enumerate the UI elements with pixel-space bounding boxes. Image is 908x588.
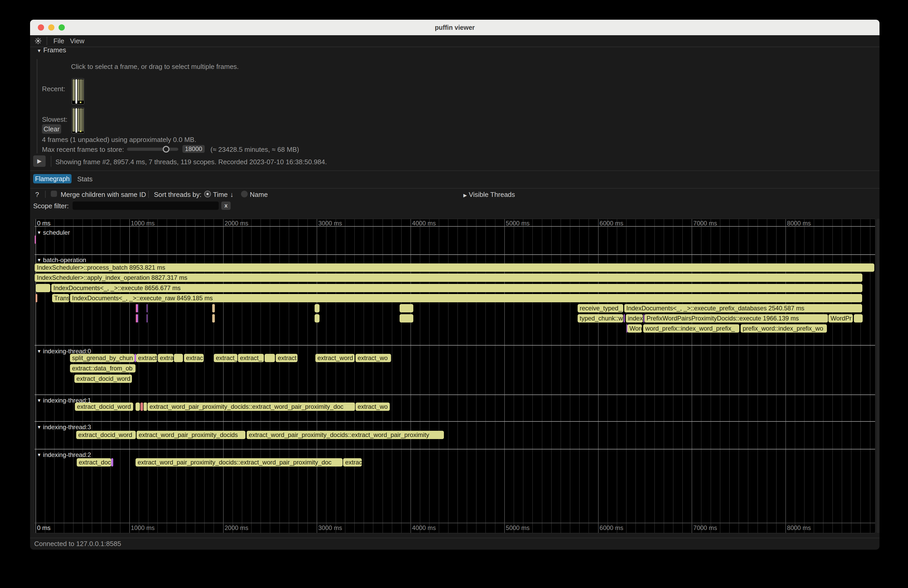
flame-bar[interactable]: split_grenad_by_chun: [70, 354, 135, 362]
axis-tick-label: 4000 ms: [412, 524, 436, 532]
max-frames-value[interactable]: 18000: [182, 145, 205, 153]
flame-bar[interactable]: IndexDocuments<_, _>::execute_prefix_dat…: [624, 304, 862, 312]
flame-bar[interactable]: PrefixWordPairsProximityDocids::execute …: [644, 314, 828, 323]
flame-bar[interactable]: IndexDocuments<_, _>::execute 8656.677 m…: [51, 284, 862, 292]
flame-bar[interactable]: extract_docid_word: [75, 403, 133, 411]
flame-bar[interactable]: extract_wo: [356, 403, 390, 411]
flame-bar[interactable]: extract_docid_word: [76, 431, 136, 439]
max-frames-slider-knob[interactable]: [163, 146, 169, 153]
flame-bar[interactable]: extract_word_pair_proximity_docids::extr…: [147, 403, 355, 411]
frames-collapser[interactable]: ▼ Frames: [37, 46, 66, 54]
axis-tick-label: 7000 ms: [693, 524, 717, 532]
thread-section-divider: [35, 345, 875, 345]
flame-bar[interactable]: extract_: [214, 354, 237, 362]
flame-bar[interactable]: extrac: [343, 458, 362, 466]
help-button[interactable]: ?: [35, 191, 39, 199]
flame-bar[interactable]: [35, 294, 37, 302]
flame-bar[interactable]: [212, 304, 215, 312]
flame-bar[interactable]: [315, 304, 319, 312]
flame-bar[interactable]: [399, 314, 413, 323]
scope-filter-input[interactable]: [72, 201, 219, 210]
flame-bar[interactable]: prefix_word::index_prefix_wo: [741, 324, 827, 333]
flame-bar[interactable]: IndexScheduler>::apply_index_operation 8…: [35, 273, 862, 282]
flame-bar[interactable]: IndexScheduler>::process_batch 8953.821 …: [35, 263, 874, 272]
flame-bar[interactable]: [36, 284, 50, 292]
flame-bar[interactable]: extract_doc: [77, 458, 111, 466]
flame-bar[interactable]: receive_typed_: [578, 304, 623, 312]
flame-bar[interactable]: index: [626, 314, 643, 323]
menu-view[interactable]: View: [70, 35, 84, 47]
frame-info: Showing frame #2, 8957.4 ms, 7 threads, …: [55, 158, 327, 166]
flame-bar[interactable]: extract: [276, 354, 298, 362]
flame-bar[interactable]: IndexDocuments<_, _>::execute_raw 8459.1…: [70, 294, 862, 302]
sort-label: Sort threads by:: [154, 191, 201, 199]
slowest-frames-thumbnail[interactable]: [71, 107, 84, 134]
recent-frames-thumbnail[interactable]: [71, 78, 84, 104]
thread-name: indexing-thread:2: [43, 451, 91, 458]
flame-bar[interactable]: extract_wo: [356, 354, 391, 362]
frame-tick: [80, 101, 81, 103]
flame-bar[interactable]: extract: [136, 354, 157, 362]
clear-filter-button[interactable]: x: [221, 201, 231, 210]
flame-bar[interactable]: [854, 314, 863, 323]
flame-bar[interactable]: extract_word: [316, 354, 354, 362]
flame-bar[interactable]: [147, 304, 147, 312]
flame-bar[interactable]: extract_word_pair_proximity_docids::extr…: [247, 431, 444, 439]
flame-bar[interactable]: [140, 403, 143, 411]
flame-bar[interactable]: [212, 314, 215, 323]
flame-bar[interactable]: extra: [158, 354, 173, 362]
thread-collapser[interactable]: ▼indexing-thread:3: [37, 424, 91, 431]
visible-threads-collapser[interactable]: ▶ Visible Threads: [463, 191, 515, 199]
flame-bar[interactable]: extract::data_from_ob: [70, 364, 135, 373]
flame-bar[interactable]: [135, 403, 140, 411]
scrollbar[interactable]: [876, 218, 879, 533]
axis-tick-label: 6000 ms: [600, 524, 623, 532]
tab-flamegraph[interactable]: Flamegraph: [33, 174, 71, 183]
flame-bar[interactable]: [137, 314, 138, 323]
sort-name-radio[interactable]: [241, 191, 248, 198]
title-bar[interactable]: puffin viewer: [30, 20, 879, 35]
menu-file[interactable]: File: [53, 35, 64, 47]
flame-bar[interactable]: extract_docid_word: [74, 374, 132, 383]
flame-bar[interactable]: [143, 403, 147, 411]
sun-icon[interactable]: [35, 35, 42, 46]
flame-bar[interactable]: WordPr: [828, 314, 853, 323]
flamegraph-canvas[interactable]: 0 ms0 ms1000 ms1000 ms2000 ms2000 ms3000…: [34, 218, 876, 533]
flame-bar[interactable]: [174, 354, 183, 362]
flame-bar[interactable]: extract_word_pair_proximity_docids: [137, 431, 245, 439]
thread-collapser[interactable]: ▼scheduler: [37, 229, 70, 236]
thread-section-divider: [35, 449, 875, 450]
flame-bar[interactable]: [644, 314, 644, 323]
flame-bar[interactable]: extract_: [238, 354, 264, 362]
flame-bar[interactable]: [137, 304, 138, 312]
frame-duration-bar: [78, 108, 80, 132]
thread-collapser[interactable]: ▼indexing-thread:2: [37, 451, 91, 458]
merge-checkbox[interactable]: [51, 191, 57, 197]
flame-bar[interactable]: Word: [627, 324, 642, 333]
flame-bar[interactable]: extract_word_pair_proximity_docids::extr…: [135, 458, 343, 466]
flame-bar[interactable]: [624, 314, 625, 323]
thread-section-divider: [35, 421, 875, 422]
flame-bar[interactable]: [111, 458, 113, 466]
statusbar-separator: [30, 538, 879, 538]
flame-bar[interactable]: typed_chunk::w: [578, 314, 623, 323]
flame-bar[interactable]: [399, 304, 413, 312]
sort-name-label[interactable]: Name: [250, 191, 268, 199]
sort-time-radio[interactable]: [204, 191, 211, 198]
flame-bar[interactable]: word_prefix::index_word_prefix_: [643, 324, 739, 333]
thread-name: scheduler: [43, 229, 70, 236]
max-frames-slider[interactable]: [127, 148, 178, 151]
flame-bar[interactable]: [35, 235, 36, 244]
clear-button[interactable]: Clear: [42, 124, 61, 134]
tab-stats[interactable]: Stats: [77, 175, 92, 183]
sort-time-label[interactable]: Time: [213, 191, 228, 199]
thread-section-divider: [35, 254, 875, 255]
play-button[interactable]: ▶: [33, 156, 46, 167]
thread-collapser[interactable]: ▼batch-operation: [37, 257, 86, 264]
flame-bar[interactable]: [315, 314, 319, 323]
flame-bar[interactable]: [264, 354, 275, 362]
menu-separator: [47, 37, 47, 45]
flame-bar[interactable]: [147, 314, 147, 323]
flame-bar[interactable]: extrac: [184, 354, 204, 362]
flame-bar[interactable]: Trans: [52, 294, 69, 302]
